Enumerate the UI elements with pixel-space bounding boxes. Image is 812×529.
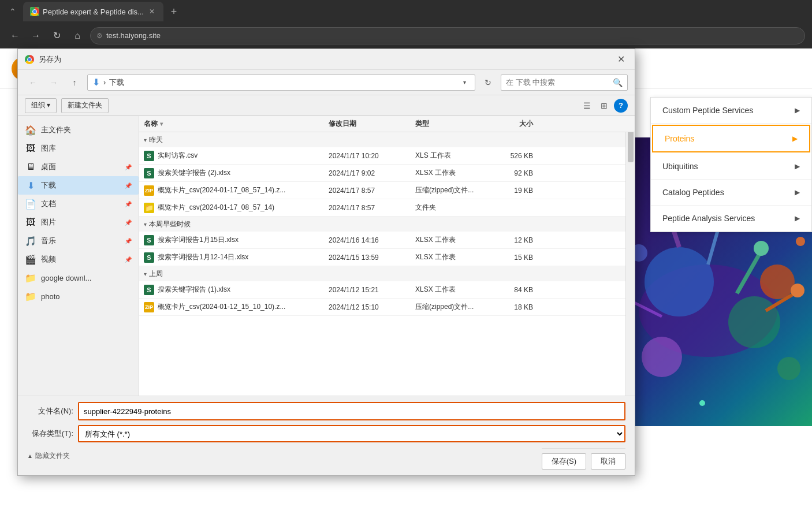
dropdown-item-custom-peptide[interactable]: Custom Peptide Services ▶	[651, 98, 811, 124]
dropdown-item-peptide-analysis[interactable]: Peptide Analysis Services ▶	[651, 206, 811, 232]
svg-point-4	[760, 264, 795, 299]
view-list-button[interactable]: ☰	[579, 98, 594, 113]
table-row[interactable]: S 实时访客.csv 2024/1/17 10:20 XLS 工作表 526 K…	[139, 147, 635, 165]
hide-files-arrow: ▲	[27, 453, 33, 459]
dialog-action-bar: 组织 ▾ 新建文件夹 ☰ ⊞ ?	[18, 95, 635, 116]
dropdown-item-proteins[interactable]: Proteins ▶	[652, 125, 810, 152]
pin-icon-videos: 📌	[125, 256, 132, 263]
dropdown-arrow-ubiquitins: ▶	[795, 162, 800, 170]
save-dialog: 另存为 ✕ ← → ↑ ⬇ › 下载 ▾ ↻ 🔍 组织 ▾ 新建文件夹 ☰ ⊞ …	[17, 49, 635, 476]
active-tab[interactable]: Peptide expert & Peptide dis... ✕	[23, 2, 163, 21]
file-icon-csv: S	[144, 151, 154, 161]
sidebar-item-google-downloads[interactable]: 📁 google downl...	[18, 269, 139, 287]
browser-nav-back[interactable]: ⌃	[5, 3, 21, 20]
hide-files-toggle[interactable]: ▲ 隐藏文件夹	[27, 451, 70, 461]
dialog-search-input[interactable]	[506, 78, 609, 87]
view-details-button[interactable]: ⊞	[597, 98, 612, 113]
dialog-up-button[interactable]: ↑	[66, 74, 83, 91]
pin-icon-desktop: 📌	[125, 164, 132, 170]
file-date-csv: 2024/1/17 10:20	[324, 152, 411, 160]
dialog-search-box[interactable]: 🔍	[501, 74, 628, 91]
table-row[interactable]: ZIP 概览卡片_csv(2024-01-12_15_10_10).z... 2…	[139, 299, 635, 316]
sidebar-item-home[interactable]: 🏠 主文件夹	[18, 121, 139, 139]
breadcrumb-current: 下载	[109, 77, 124, 88]
sidebar-item-documents[interactable]: 📄 文档 📌	[18, 195, 139, 213]
dropdown-item-ubiquitins[interactable]: Ubiquitins ▶	[651, 154, 811, 180]
address-bar[interactable]: ⚙ test.haiyong.site	[90, 27, 805, 44]
sidebar-item-videos[interactable]: 🎬 视频 📌	[18, 250, 139, 269]
pin-icon-documents: 📌	[125, 201, 132, 207]
dialog-refresh-button[interactable]: ↻	[480, 74, 496, 91]
filetype-row: 保存类型(T): 所有文件 (*.*)	[27, 425, 625, 442]
pictures-icon: 🖼	[25, 217, 36, 228]
table-row[interactable]: 📁 概览卡片_csv(2024-01-17_08_57_14) 2024/1/1…	[139, 199, 635, 217]
home-button[interactable]: ⌂	[69, 28, 85, 44]
pin-icon-music: 📌	[125, 238, 132, 244]
sidebar-label-home: 主文件夹	[41, 125, 71, 135]
breadcrumb-bar[interactable]: ⬇ › 下载 ▾	[87, 74, 475, 91]
file-icon-xlsx4: S	[144, 252, 154, 263]
bottom-row: ▲ 隐藏文件夹 保存(S) 取消	[27, 442, 625, 470]
sidebar-item-desktop[interactable]: 🖥 桌面 📌	[18, 158, 139, 176]
save-button[interactable]: 保存(S)	[542, 453, 586, 470]
help-button[interactable]: ?	[614, 99, 628, 113]
sidebar-item-pictures[interactable]: 🖼 图片 📌	[18, 213, 139, 232]
dropdown-label-custom-peptide: Custom Peptide Services	[662, 106, 753, 115]
new-folder-label: 新建文件夹	[68, 100, 102, 110]
breadcrumb-separator: ›	[103, 78, 106, 87]
file-size-xlsx4: 15 KB	[491, 254, 538, 262]
new-folder-button[interactable]: 新建文件夹	[61, 98, 109, 113]
dialog-forward-button[interactable]: →	[46, 74, 62, 91]
table-row[interactable]: S 搜索关键字报告 (1).xlsx 2024/1/12 15:21 XLSX …	[139, 281, 635, 299]
vertical-scrollbar[interactable]	[625, 116, 635, 396]
file-type-zip1: 压缩(zipped)文件...	[411, 185, 491, 195]
file-type-xlsx2: XLSX 工作表	[411, 168, 491, 178]
section-arrow-this-week: ▾	[144, 221, 147, 228]
new-tab-button[interactable]: +	[166, 3, 182, 20]
tab-close-button[interactable]: ✕	[147, 7, 157, 16]
sidebar-item-downloads[interactable]: ⬇ 下载 📌	[18, 176, 139, 195]
table-row[interactable]: ZIP 概览卡片_csv(2024-01-17_08_57_14).z... 2…	[139, 182, 635, 199]
sidebar-item-gallery[interactable]: 🖼 图库	[18, 139, 139, 158]
organize-button[interactable]: 组织 ▾	[25, 98, 57, 113]
dropdown-item-catalog-peptides[interactable]: Catalog Peptides ▶	[651, 180, 811, 206]
dropdown-arrow-custom-peptide: ▶	[795, 106, 800, 114]
filename-xlsx2: 搜索关键字报告 (2).xlsx	[158, 168, 230, 178]
section-yesterday: ▾ 昨天	[139, 132, 635, 147]
col-header-date[interactable]: 修改日期	[324, 119, 411, 129]
tab-title: Peptide expert & Peptide dis...	[43, 8, 144, 16]
scrollbar-thumb[interactable]	[628, 128, 634, 162]
table-row[interactable]: S 搜索字词报告1月12-14日.xlsx 2024/1/15 13:59 XL…	[139, 249, 635, 266]
col-name-label: 名称	[144, 119, 158, 129]
filetype-label: 保存类型(T):	[27, 429, 73, 439]
videos-icon: 🎬	[25, 254, 36, 265]
filename-input[interactable]	[80, 404, 623, 418]
sidebar-item-photo[interactable]: 📁 photo	[18, 287, 139, 306]
filetype-select[interactable]: 所有文件 (*.*)	[79, 426, 624, 441]
section-arrow-yesterday: ▾	[144, 137, 147, 143]
reload-button[interactable]: ↻	[49, 28, 65, 44]
col-header-size[interactable]: 大小	[491, 119, 538, 129]
dialog-close-button[interactable]: ✕	[614, 53, 628, 66]
breadcrumb-dropdown-button[interactable]: ▾	[459, 77, 470, 88]
dialog-title-favicon	[25, 55, 34, 64]
forward-button[interactable]: →	[28, 28, 44, 44]
sidebar-label-google-downloads: google downl...	[41, 274, 91, 282]
sidebar-item-music[interactable]: 🎵 音乐 📌	[18, 232, 139, 250]
search-icon: 🔍	[613, 78, 623, 87]
back-button[interactable]: ←	[7, 28, 23, 44]
col-header-type[interactable]: 类型	[411, 119, 491, 129]
file-icon-xlsx3: S	[144, 235, 154, 245]
table-row[interactable]: S 搜索字词报告1月15日.xlsx 2024/1/16 14:16 XLSX …	[139, 232, 635, 249]
file-date-zip1: 2024/1/17 8:57	[324, 187, 411, 195]
cancel-button[interactable]: 取消	[591, 453, 625, 470]
filename-folder1: 概览卡片_csv(2024-01-17_08_57_14)	[158, 203, 274, 213]
section-arrow-last-week: ▾	[144, 271, 147, 277]
file-type-zip2: 压缩(zipped)文件...	[411, 302, 491, 312]
col-header-name[interactable]: 名称 ▾	[139, 119, 324, 129]
sidebar-label-gallery: 图库	[41, 143, 56, 154]
dialog-back-button[interactable]: ←	[25, 74, 41, 91]
dropdown-label-catalog-peptides: Catalog Peptides	[662, 188, 724, 197]
sidebar-label-downloads: 下载	[41, 180, 56, 191]
table-row[interactable]: S 搜索关键字报告 (2).xlsx 2024/1/17 9:02 XLSX 工…	[139, 165, 635, 182]
